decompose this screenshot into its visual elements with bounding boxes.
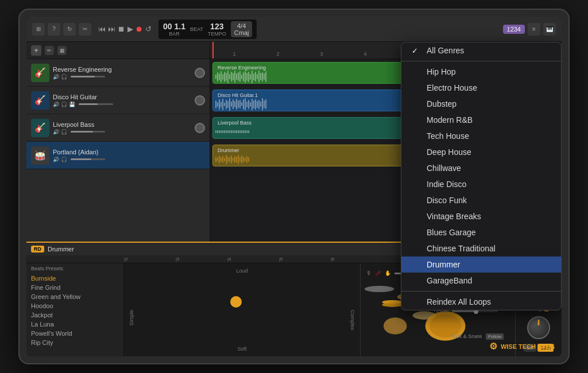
genre-item-electro-house[interactable]: Electro House — [401, 80, 561, 96]
genre-label: Chillwave — [427, 164, 461, 173]
record-icon[interactable]: ⏺ — [136, 25, 143, 33]
headphone-icon-4[interactable]: 🎧 — [61, 157, 67, 162]
genre-item-disco-funk[interactable]: Disco Funk — [401, 192, 561, 208]
library-icon[interactable]: ⊞ — [32, 23, 45, 36]
swing-knob[interactable] — [527, 316, 550, 339]
toolbar: ⊞ ? ↻ ✂ ⏮ ⏭ ⏹ ▶ ⏺ ↺ 00 1.1 BAR B — [26, 17, 562, 42]
genre-item-modern-rnb[interactable]: Modern R&B — [401, 112, 561, 128]
pan-knob-1[interactable] — [195, 68, 205, 78]
preset-item[interactable]: Fine Grind — [31, 283, 119, 292]
forward-icon[interactable]: ⏭ — [108, 25, 115, 33]
loop-icon[interactable]: ↺ — [145, 25, 152, 33]
scissors-icon[interactable]: ✂ — [79, 23, 91, 36]
add-track-button[interactable]: + — [31, 45, 41, 56]
loud-label: Loud — [236, 268, 247, 274]
transport-controls: ⏮ ⏭ ⏹ ▶ ⏺ ↺ — [98, 25, 152, 33]
hihat-slider-bar[interactable] — [452, 310, 498, 312]
genre-item-chillwave[interactable]: Chillwave — [401, 160, 561, 176]
key-signature[interactable]: 4/4 Cmaj — [231, 21, 253, 37]
track-icon-1: 🎸 — [31, 64, 49, 82]
genre-item-vintage-breaks[interactable]: Vintage Breaks — [401, 208, 561, 224]
track-row[interactable]: 🎸 Reverse Engineering 🔊 🎧 — [26, 59, 210, 87]
preset-item[interactable]: Green and Yellow — [31, 292, 119, 301]
clip-name-4: Drummer — [215, 146, 242, 154]
preset-item[interactable]: Hoodoo — [31, 301, 119, 310]
genre-label: Deep House — [427, 147, 471, 157]
clip-name-3: Liverpool Bass — [215, 119, 254, 127]
volume-slider-1[interactable] — [71, 76, 105, 77]
track-controls-1: 🔊 🎧 — [53, 74, 191, 80]
view-icon[interactable]: ▦ — [57, 46, 67, 55]
headphone-icon-3[interactable]: 🎧 — [61, 129, 67, 135]
edit-icon[interactable]: ✏ — [45, 46, 54, 55]
genre-item-hip-hop[interactable]: Hip Hop — [401, 64, 561, 80]
genre-label: Modern R&B — [427, 115, 473, 125]
genre-label: Dubstep — [427, 99, 457, 108]
track-row[interactable]: 🎸 Disco Hit Guitar 🔊 🎧 💾 — [26, 87, 210, 114]
preset-item[interactable]: Jackpot — [31, 310, 119, 320]
genre-item-blues-garage[interactable]: Blues Garage — [401, 224, 561, 240]
genre-item-dubstep[interactable]: Dubstep — [401, 96, 561, 112]
drummer-badge: RD — [31, 246, 44, 252]
genre-label: Vintage Breaks — [427, 212, 481, 221]
cycle-icon[interactable]: ↻ — [63, 23, 76, 36]
mute-icon-4[interactable]: 🔊 — [53, 157, 59, 162]
genre-label: Blues Garage — [427, 228, 476, 237]
preset-item[interactable]: Rip City — [31, 338, 119, 347]
tempo-display: 123 TEMPO — [208, 22, 226, 37]
ruler-mark: 1 — [212, 51, 256, 57]
dropdown-divider-2 — [401, 291, 561, 292]
rewind-icon[interactable]: ⏮ — [98, 25, 106, 33]
drummer-ruler-mark: |2 — [124, 257, 176, 262]
genre-item-garageband[interactable]: GarageBand — [401, 273, 561, 289]
dropdown-divider — [401, 61, 561, 61]
genre-label: Drummer — [427, 260, 460, 269]
beat-display: BEAT — [190, 26, 203, 32]
genre-dropdown[interactable]: ✓ All Genres Hip Hop Electro House Dubst… — [401, 42, 562, 310]
genre-item-tech-house[interactable]: Tech House — [401, 128, 561, 144]
pad-dot[interactable] — [230, 296, 242, 308]
pan-knob-2[interactable] — [195, 95, 205, 106]
track-name-1: Reverse Engineering — [53, 66, 191, 73]
track-row[interactable]: 🥁 Portland (Aidan) 🔊 🎧 — [26, 142, 210, 169]
svg-point-3 — [382, 303, 403, 307]
play-icon[interactable]: ▶ — [127, 25, 133, 33]
preset-item[interactable]: Powell's World — [31, 329, 119, 338]
clip-name-1: Reverse Engineering — [215, 64, 268, 72]
drummer-pad[interactable]: Loud Soft Simple Complex — [124, 263, 361, 356]
stop-icon[interactable]: ⏹ — [118, 25, 125, 33]
track-info-2: Disco Hit Guitar 🔊 🎧 💾 — [53, 94, 191, 107]
counter-display: 1234 — [503, 25, 525, 34]
mute-icon-2[interactable]: 🔊 — [53, 102, 59, 107]
headphone-icon-1[interactable]: 🎧 — [61, 74, 67, 80]
mute-icon-1[interactable]: 🔊 — [53, 74, 59, 80]
save-icon-2[interactable]: 💾 — [69, 102, 75, 107]
track-row[interactable]: 🎸 Liverpool Bass 🔊 🎧 — [26, 114, 210, 142]
genre-item-drummer[interactable]: Drummer — [401, 257, 561, 273]
checkmark-icon: ✓ — [412, 46, 421, 55]
genre-item-deep-house[interactable]: Deep House — [401, 144, 561, 160]
genre-item-all-genres[interactable]: ✓ All Genres — [401, 42, 561, 59]
reindex-all-loops-button[interactable]: Reindex All Loops — [401, 294, 561, 310]
mixer-icon[interactable]: ≡ — [528, 23, 540, 36]
help-icon[interactable]: ? — [48, 23, 60, 36]
preset-item[interactable]: Burnside — [31, 274, 119, 283]
track-name-4: Portland (Aidan) — [53, 149, 205, 156]
volume-slider-2[interactable] — [79, 103, 113, 105]
waveform-bars-2 — [213, 98, 269, 111]
preset-item[interactable]: La Luna — [31, 320, 119, 329]
mute-icon-3[interactable]: 🔊 — [53, 129, 59, 135]
genre-item-chinese-traditional[interactable]: Chinese Traditional — [401, 240, 561, 257]
volume-slider-3[interactable] — [71, 131, 105, 133]
genre-item-indie-disco[interactable]: Indie Disco — [401, 176, 561, 192]
svg-point-0 — [365, 286, 394, 292]
drummer-ruler-mark: |3 — [176, 257, 227, 262]
headphone-icon-2[interactable]: 🎧 — [61, 102, 67, 107]
volume-slider-4[interactable] — [71, 158, 105, 160]
follow-badge[interactable]: Follow — [486, 333, 504, 340]
track-controls-2: 🔊 🎧 💾 — [53, 102, 191, 107]
pan-knob-3[interactable] — [195, 123, 205, 133]
bar-display: 00 1.1 BAR — [163, 22, 185, 37]
drummer-ruler-mark: |6 — [331, 257, 382, 262]
piano-icon[interactable]: 🎹 — [543, 23, 556, 36]
